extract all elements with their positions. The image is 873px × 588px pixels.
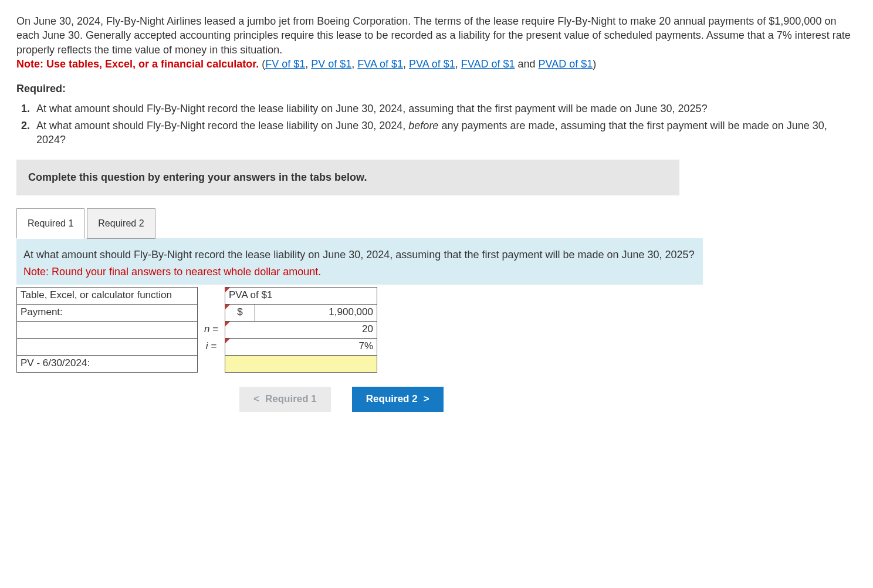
instruction-box: Complete this question by entering your …: [16, 160, 679, 195]
required-heading: Required:: [16, 82, 857, 96]
prev-button[interactable]: < Required 1: [239, 387, 331, 412]
marker-icon: [225, 288, 230, 292]
row2-label: Payment:: [17, 304, 198, 321]
requirement-2: At what amount should Fly-By-Night recor…: [33, 119, 857, 147]
table-row: n = 20: [17, 321, 377, 338]
link-fvad[interactable]: FVAD of $1: [461, 58, 515, 70]
marker-icon: [225, 305, 230, 309]
row4-label-empty[interactable]: [17, 338, 198, 355]
link-fva[interactable]: FVA of $1: [357, 58, 403, 70]
chevron-left-icon: <: [253, 393, 259, 406]
problem-body: On June 30, 2024, Fly-By-Night Airlines …: [16, 15, 851, 56]
requirement-1: At what amount should Fly-By-Night recor…: [33, 102, 857, 116]
next-label: Required 2: [366, 393, 418, 406]
problem-statement: On June 30, 2024, Fly-By-Night Airlines …: [16, 14, 857, 71]
row1-label: Table, Excel, or calculator function: [17, 287, 198, 304]
links-close-paren: ): [593, 58, 596, 70]
row5-value[interactable]: [225, 355, 377, 372]
tab-required-1[interactable]: Required 1: [16, 208, 84, 239]
link-pva[interactable]: PVA of $1: [409, 58, 455, 70]
row2-currency[interactable]: $: [225, 304, 255, 321]
requirements-list: At what amount should Fly-By-Night recor…: [33, 102, 857, 147]
note-label: Note: Use tables, Excel, or a financial …: [16, 58, 259, 70]
panel-note: Note: Round your final answers to neares…: [23, 265, 696, 279]
row5-label: PV - 6/30/2024:: [17, 355, 198, 372]
row3-label-empty[interactable]: [17, 321, 198, 338]
panel-question: At what amount should Fly-By-Night recor…: [23, 248, 696, 262]
link-pv[interactable]: PV of $1: [311, 58, 351, 70]
table-row: Table, Excel, or calculator function PVA…: [17, 287, 377, 304]
row2-value[interactable]: 1,900,000: [255, 304, 377, 321]
link-pvad[interactable]: PVAD of $1: [539, 58, 593, 70]
table-row: Payment: $ 1,900,000: [17, 304, 377, 321]
tabs-row: Required 1 Required 2: [16, 208, 857, 239]
row1-value-cell[interactable]: PVA of $1: [225, 287, 377, 304]
before-word: before: [408, 120, 438, 131]
chevron-right-icon: >: [424, 393, 429, 406]
row4-value[interactable]: 7%: [225, 338, 377, 355]
table-row: PV - 6/30/2024:: [17, 355, 377, 372]
row4-sym: i =: [198, 338, 225, 355]
link-fv[interactable]: FV of $1: [265, 58, 305, 70]
next-button[interactable]: Required 2 >: [352, 387, 444, 412]
prev-label: Required 1: [265, 393, 317, 406]
marker-icon: [225, 339, 230, 343]
row3-value[interactable]: 20: [225, 321, 377, 338]
tab-required-2[interactable]: Required 2: [87, 208, 155, 239]
answer-table: Table, Excel, or calculator function PVA…: [16, 287, 377, 373]
nav-buttons: < Required 1 Required 2 >: [239, 387, 857, 412]
row3-sym: n =: [198, 321, 225, 338]
marker-icon: [225, 322, 230, 326]
tab-question-panel: At what amount should Fly-By-Night recor…: [16, 238, 703, 285]
table-row: i = 7%: [17, 338, 377, 355]
